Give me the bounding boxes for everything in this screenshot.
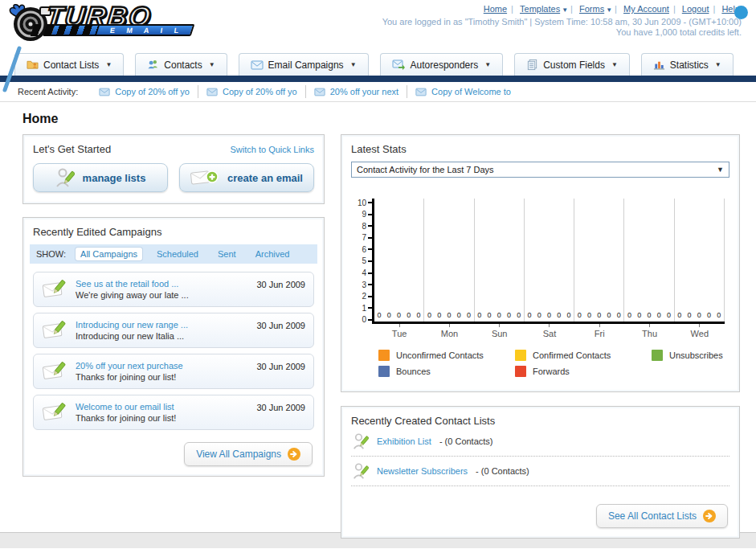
nav-link-my-account[interactable]: My Account: [623, 4, 669, 14]
campaign-item[interactable]: Welcome to our email list Thanks for joi…: [33, 395, 314, 430]
y-tick: 3: [354, 281, 372, 289]
manage-lists-button[interactable]: manage lists: [33, 163, 168, 192]
y-tick: 5: [354, 257, 372, 265]
recent-activity-item[interactable]: 20% off your next: [306, 85, 407, 98]
show-label: SHOW:: [36, 249, 66, 259]
envelope-pencil-icon: [42, 278, 67, 301]
campaign-title-link[interactable]: Welcome to our email list: [76, 402, 248, 412]
help-bubble-icon[interactable]: [734, 6, 748, 19]
y-tick: 1: [354, 304, 372, 312]
nav-separator: |: [570, 4, 573, 14]
chart-value-label: 0: [547, 311, 551, 319]
tab-label: Autoresponders: [411, 59, 479, 71]
filter-sent[interactable]: Sent: [213, 248, 241, 260]
contact-list-item[interactable]: Newsletter Subscribers - (0 Contacts): [351, 457, 729, 486]
chart-value-label: 0: [477, 311, 481, 319]
envelope-plus-icon: [190, 168, 219, 187]
y-tick-value: 4: [362, 268, 366, 277]
recent-activity-link[interactable]: 20% off your next: [330, 87, 398, 96]
chart-x-label: Sat: [525, 324, 574, 338]
recent-activity-label: Recent Activity:: [18, 87, 78, 96]
recent-activity-item[interactable]: Copy of Welcome to: [407, 85, 519, 98]
chart-x-label: Tue: [374, 324, 424, 338]
tab-label: Statistics: [670, 59, 709, 71]
view-all-campaigns-button[interactable]: View All Campaigns: [184, 442, 313, 466]
y-tick: 7: [354, 234, 372, 242]
filter-all-campaigns[interactable]: All Campaigns: [76, 248, 142, 260]
chart-value-label: 0: [497, 311, 501, 319]
person-pencil-icon: [353, 432, 369, 451]
chart-value-label: 0: [557, 311, 561, 319]
campaigns-filter-bar: SHOW: All Campaigns Scheduled Sent Archi…: [30, 244, 317, 264]
campaign-date: 30 Jun 2009: [256, 403, 305, 412]
campaign-title-link[interactable]: 20% off your next purchase: [76, 361, 248, 371]
envelope-pencil-icon: [42, 319, 67, 342]
tab-statistics[interactable]: Statistics▼: [641, 53, 734, 76]
recently-edited-campaigns-panel: Recently Edited Campaigns SHOW: All Camp…: [22, 217, 325, 477]
page-title: Home: [22, 112, 740, 126]
tab-contacts[interactable]: Contacts▼: [135, 53, 227, 76]
legend-item: Forwards: [515, 366, 652, 377]
campaigns-title: Recently Edited Campaigns: [33, 226, 314, 238]
x-label-text: Wed: [691, 329, 709, 338]
chart-value-labels: 00000: [525, 311, 574, 319]
y-tick: 8: [354, 222, 372, 230]
tab-contact-lists[interactable]: Contact Lists▼: [14, 53, 124, 76]
nav-link-forms[interactable]: Forms: [579, 4, 604, 14]
campaign-date: 30 Jun 2009: [256, 321, 305, 330]
campaign-title-link[interactable]: Introducing our new range ...: [76, 320, 248, 330]
y-tick-value: 3: [362, 281, 366, 289]
filter-archived[interactable]: Archived: [251, 248, 295, 260]
envelope-pencil-icon: [42, 401, 67, 424]
contact-list-link[interactable]: Newsletter Subscribers: [377, 466, 468, 476]
contact-list-detail: - (0 Contacts): [476, 466, 529, 476]
chart-value-label: 0: [717, 311, 721, 319]
top-nav: Home| Templates▼| Forms▼| My Account| Lo…: [382, 4, 742, 38]
y-tick-value: 1: [362, 304, 366, 313]
contact-list-item[interactable]: Exhibition List - (0 Contacts): [351, 427, 729, 457]
chart-value-label: 0: [417, 311, 421, 319]
y-tick-value: 10: [358, 199, 366, 207]
chart-value-label: 0: [457, 311, 461, 319]
chart-day-group: 00000: [624, 199, 674, 322]
chart-x-label: Mon: [424, 324, 474, 338]
tab-custom-fields[interactable]: Custom Fields▼: [514, 53, 630, 76]
stats-period-dropdown[interactable]: Contact Activity for the Last 7 Days ▼: [351, 162, 729, 178]
logo-wordmark: TURBO E M A I L: [47, 3, 193, 36]
x-tick-mark: [699, 324, 700, 327]
create-email-button[interactable]: create an email: [179, 163, 314, 192]
tab-label: Contact Lists: [43, 59, 99, 71]
x-label-text: Sun: [492, 329, 508, 338]
chevron-down-icon: ▼: [717, 166, 724, 174]
x-label-text: Sat: [543, 329, 557, 338]
envelope-icon: [251, 59, 264, 71]
nav-link-home[interactable]: Home: [484, 4, 507, 14]
logo-email-bar: E M A I L: [50, 24, 195, 36]
recent-activity-link[interactable]: Copy of 20% off yo: [223, 87, 297, 96]
campaign-item[interactable]: See us at the retail food ... We're givi…: [33, 272, 314, 307]
recent-activity-item[interactable]: Copy of 20% off yo: [91, 85, 198, 98]
nav-link-templates[interactable]: Templates: [520, 4, 560, 14]
chart-value-label: 0: [407, 311, 411, 319]
chart-x-label: Fri: [574, 324, 624, 338]
nav-link-logout[interactable]: Logout: [682, 4, 709, 14]
legend-label: Forwards: [533, 367, 570, 376]
tab-email-campaigns[interactable]: Email Campaigns▼: [239, 53, 369, 76]
campaign-item[interactable]: 20% off your next purchase Thanks for jo…: [33, 354, 314, 389]
campaign-item[interactable]: Introducing our new range ... Introducin…: [33, 313, 314, 348]
envelope-arrow-icon: [392, 59, 406, 71]
filter-scheduled[interactable]: Scheduled: [152, 248, 203, 260]
arrow-right-circle-icon: [703, 510, 716, 522]
y-tick: 9: [354, 211, 372, 219]
campaign-title-link[interactable]: See us at the retail food ...: [76, 279, 248, 289]
contact-list-link[interactable]: Exhibition List: [377, 436, 431, 446]
recent-activity-item[interactable]: Copy of 20% off yo: [198, 85, 306, 98]
recent-activity-link[interactable]: Copy of 20% off yo: [115, 87, 190, 96]
see-all-contact-lists-button[interactable]: See All Contact Lists: [596, 504, 728, 528]
tab-autoresponders[interactable]: Autoresponders▼: [380, 53, 504, 76]
recent-activity-link[interactable]: Copy of Welcome to: [431, 87, 511, 96]
chart-value-label: 0: [627, 311, 631, 319]
legend-item: Bounces: [378, 366, 515, 377]
switch-quick-links[interactable]: Switch to Quick Links: [230, 145, 314, 154]
legend-item: Confirmed Contacts: [515, 350, 652, 361]
